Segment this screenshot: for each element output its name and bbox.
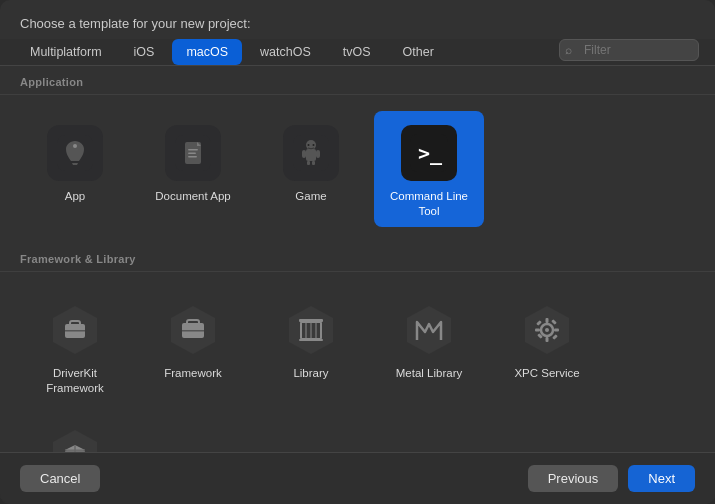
app-icon-bg (47, 125, 103, 181)
tab-tvos[interactable]: tvOS (329, 39, 385, 65)
svg-rect-31 (299, 319, 323, 322)
driverkit-icon (47, 302, 103, 358)
new-project-dialog: Choose a template for your new project: … (0, 0, 715, 504)
svg-rect-21 (65, 330, 85, 332)
dialog-footer: Cancel Previous Next (0, 452, 715, 504)
svg-rect-4 (188, 149, 198, 151)
terminal-icon-bg: >_ (401, 125, 457, 181)
tabs-row: Multiplatform iOS macOS watchOS tvOS Oth… (0, 39, 715, 66)
library-icon (283, 302, 339, 358)
svg-rect-28 (305, 322, 307, 339)
svg-rect-32 (299, 339, 323, 341)
item-metal-library[interactable]: Metal Library (374, 288, 484, 404)
svg-point-14 (308, 144, 310, 146)
bundle-icon (47, 426, 103, 452)
driverkit-icon-container (45, 300, 105, 360)
item-document-app[interactable]: Document App (138, 111, 248, 227)
app-label: App (65, 189, 85, 204)
game-icon-container (281, 123, 341, 183)
metal-library-label: Metal Library (396, 366, 462, 381)
library-icon-container (281, 300, 341, 360)
terminal-icon-svg: >_ (410, 134, 448, 172)
xpc-icon (519, 302, 575, 358)
filter-input[interactable] (559, 39, 699, 61)
metal-icon (401, 302, 457, 358)
tab-multiplatform[interactable]: Multiplatform (16, 39, 116, 65)
section-application-header: Application (0, 66, 715, 95)
xpc-service-label: XPC Service (514, 366, 579, 381)
svg-rect-5 (188, 153, 196, 155)
filter-container: ⌕ (559, 39, 699, 65)
document-app-icon-bg (165, 125, 221, 181)
framework-icon-container (163, 300, 223, 360)
tab-ios[interactable]: iOS (120, 39, 169, 65)
bundle-icon-container (45, 424, 105, 452)
item-driverkit-framework[interactable]: DriverKit Framework (20, 288, 130, 404)
game-icon-bg (283, 125, 339, 181)
tab-macos[interactable]: macOS (172, 39, 242, 65)
section-framework-header: Framework & Library (0, 243, 715, 272)
document-app-icon (175, 135, 211, 171)
svg-rect-10 (302, 150, 306, 158)
command-line-tool-label: Command Line Tool (382, 189, 476, 219)
driverkit-label: DriverKit Framework (28, 366, 122, 396)
filter-wrapper: ⌕ (559, 39, 699, 61)
game-icon (293, 135, 329, 171)
svg-text:>_: >_ (418, 141, 443, 165)
library-label: Library (293, 366, 328, 381)
svg-rect-37 (546, 318, 549, 323)
footer-right: Previous Next (528, 465, 695, 492)
metal-icon-container (399, 300, 459, 360)
item-framework[interactable]: Framework (138, 288, 248, 404)
svg-rect-39 (535, 328, 540, 331)
svg-rect-13 (312, 161, 315, 165)
item-xpc-service[interactable]: XPC Service (492, 288, 602, 404)
framework-grid: DriverKit Framework Framework (0, 272, 715, 452)
framework-label: Framework (164, 366, 222, 381)
svg-rect-12 (307, 161, 310, 165)
xpc-icon-container (517, 300, 577, 360)
item-command-line-tool[interactable]: >_ Command Line Tool (374, 111, 484, 227)
svg-rect-6 (188, 156, 197, 158)
svg-rect-38 (546, 337, 549, 342)
application-grid: App Document A (0, 95, 715, 243)
app-icon (57, 135, 93, 171)
svg-point-15 (313, 144, 315, 146)
next-button[interactable]: Next (628, 465, 695, 492)
framework-icon (165, 302, 221, 358)
svg-rect-11 (316, 150, 320, 158)
document-app-label: Document App (155, 189, 230, 204)
item-bundle[interactable]: Bundle (20, 412, 130, 452)
svg-rect-30 (315, 322, 317, 339)
svg-marker-33 (407, 306, 451, 354)
content-area: Application App (0, 66, 715, 452)
terminal-icon-container: >_ (399, 123, 459, 183)
item-app[interactable]: App (20, 111, 130, 227)
game-label: Game (295, 189, 326, 204)
tab-watchos[interactable]: watchOS (246, 39, 325, 65)
previous-button[interactable]: Previous (528, 465, 619, 492)
svg-rect-29 (310, 322, 312, 339)
app-icon-container (45, 123, 105, 183)
svg-rect-25 (182, 330, 204, 332)
header-label: Choose a template for your new project: (20, 16, 251, 31)
svg-rect-40 (554, 328, 559, 331)
svg-point-1 (73, 144, 77, 148)
svg-point-36 (545, 328, 549, 332)
cancel-button[interactable]: Cancel (20, 465, 100, 492)
tab-other[interactable]: Other (389, 39, 448, 65)
item-library[interactable]: Library (256, 288, 366, 404)
item-game[interactable]: Game (256, 111, 366, 227)
svg-rect-9 (306, 149, 316, 161)
document-app-icon-container (163, 123, 223, 183)
dialog-header: Choose a template for your new project: (0, 0, 715, 39)
